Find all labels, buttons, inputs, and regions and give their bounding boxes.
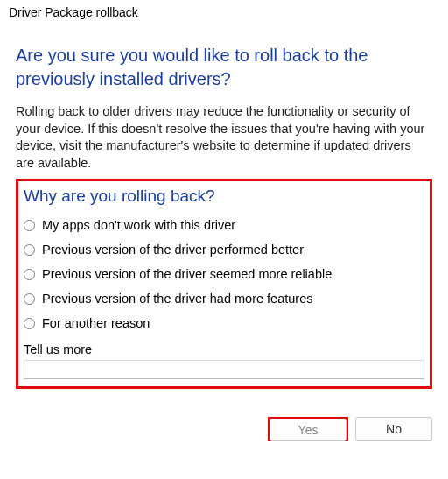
reason-label: For another reason <box>42 316 150 330</box>
warning-text: Rolling back to older drivers may reduce… <box>16 103 432 172</box>
reason-radio[interactable] <box>24 244 35 256</box>
reason-radio[interactable] <box>24 220 35 231</box>
reason-label: Previous version of the driver performed… <box>42 243 304 257</box>
reason-section-highlight: Why are you rolling back? My apps don't … <box>16 179 432 389</box>
reason-radio[interactable] <box>24 318 35 329</box>
yes-button-highlight: Yes <box>268 417 348 441</box>
yes-button[interactable]: Yes <box>270 419 346 441</box>
reason-radio[interactable] <box>24 293 35 305</box>
reason-option[interactable]: My apps don't work with this driver <box>24 218 424 232</box>
tell-us-more-label: Tell us more <box>24 342 424 356</box>
reason-label: Previous version of the driver seemed mo… <box>42 267 332 281</box>
no-button[interactable]: No <box>355 417 432 441</box>
reason-radio[interactable] <box>24 269 35 280</box>
reason-option[interactable]: Previous version of the driver performed… <box>24 243 424 257</box>
reason-heading: Why are you rolling back? <box>24 187 424 206</box>
main-heading: Are you sure you would like to roll back… <box>16 44 432 91</box>
window-title: Driver Package rollback <box>0 0 448 25</box>
dialog-content: Are you sure you would like to roll back… <box>0 44 448 389</box>
tell-us-more-input[interactable] <box>24 360 424 379</box>
dialog-window: Driver Package rollback Are you sure you… <box>0 0 448 479</box>
reason-option[interactable]: For another reason <box>24 316 424 330</box>
dialog-button-row: Yes No <box>0 405 448 454</box>
reason-option[interactable]: Previous version of the driver seemed mo… <box>24 267 424 281</box>
reason-label: My apps don't work with this driver <box>42 218 235 232</box>
reason-option[interactable]: Previous version of the driver had more … <box>24 292 424 306</box>
reason-label: Previous version of the driver had more … <box>42 292 312 306</box>
reason-radio-group: My apps don't work with this driver Prev… <box>24 218 424 330</box>
